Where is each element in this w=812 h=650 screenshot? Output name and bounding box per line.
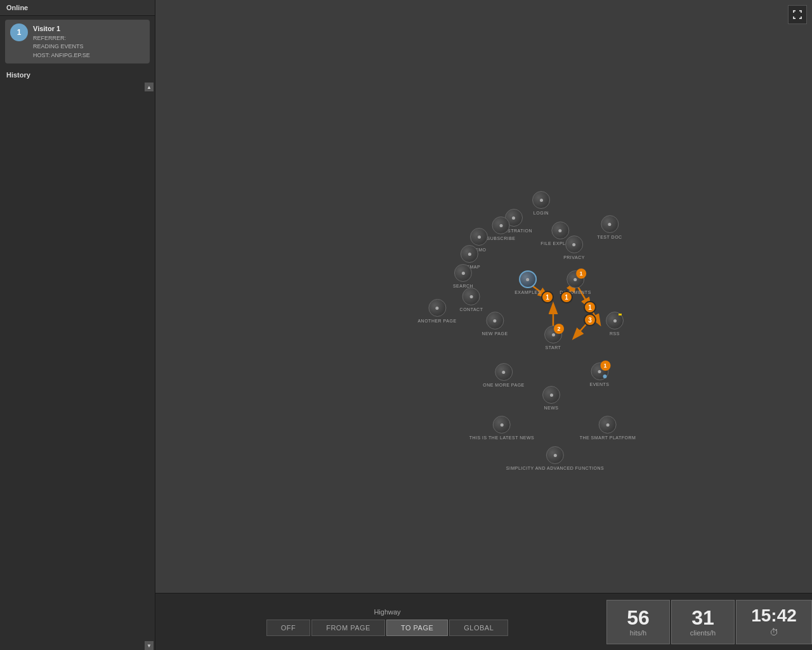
- highway-label: Highway: [374, 608, 400, 616]
- node-label-smart-platform: THE SMART PLATFORM: [580, 435, 636, 440]
- tab-global[interactable]: Global: [449, 620, 508, 636]
- node-circle-login: [532, 191, 550, 209]
- node-circle-privacy: [565, 235, 583, 253]
- flow-badge-1: 1: [560, 291, 573, 303]
- visitor-avatar: 1: [10, 23, 28, 41]
- node-label-this-is-latest: THIS IS THE LATEST NEWS: [469, 435, 535, 440]
- node-dot-events: [598, 370, 601, 373]
- flow-node-1: 1: [560, 291, 573, 303]
- node-circle-rss: [606, 312, 624, 329]
- hits-value: 56: [627, 607, 650, 628]
- node-circle-search: [454, 264, 472, 282]
- node-dot-one-more-page: [502, 371, 506, 374]
- graph-area: REGISTRATIONLOGINSUBSCRIBEFILE EXPLORERT…: [155, 0, 812, 571]
- tab-from-page[interactable]: From Page: [311, 620, 385, 636]
- node-dot-contact: [470, 295, 473, 298]
- node-another-page[interactable]: ANOTHER PAGE: [417, 299, 456, 323]
- node-circle-new-page: [486, 312, 504, 329]
- node-badge-documents: 1: [576, 269, 586, 279]
- visitor-host: HOST: ANFIPG.EP.SE: [33, 52, 90, 58]
- visitor-card[interactable]: 1 Visitor 1 REFERRER: READING EVENTS HOS…: [5, 20, 150, 63]
- hits-label: hits/h: [630, 629, 646, 637]
- bottom-bar: Highway Off From Page To Page Global 56 …: [155, 593, 812, 650]
- node-label-simplicity: SIMPLICITY AND ADVANCED FUNCTIONS: [506, 466, 604, 470]
- node-one-more-page[interactable]: ONE MORE PAGE: [483, 363, 525, 387]
- node-subscribe[interactable]: SUBSCRIBE: [487, 216, 516, 241]
- flow-badge-0: 1: [541, 291, 554, 303]
- node-dot-start: [552, 333, 555, 336]
- node-contact[interactable]: CONTACT: [460, 288, 483, 312]
- node-circle-subscribe: [492, 216, 510, 234]
- clients-label: clients/h: [690, 629, 716, 637]
- visitor-info: Visitor 1 REFERRER: READING EVENTS HOST:…: [33, 23, 90, 60]
- node-privacy[interactable]: PRIVACY: [563, 235, 585, 260]
- tab-off[interactable]: Off: [266, 620, 311, 636]
- node-events[interactable]: 1EVENTS: [589, 362, 609, 387]
- node-dot-login: [540, 199, 543, 202]
- node-label-contact: CONTACT: [460, 307, 483, 312]
- node-dot-news: [550, 394, 553, 397]
- node-start[interactable]: 2START: [544, 326, 562, 350]
- node-dot-test-doc: [608, 223, 611, 226]
- node-circle-examples: [519, 270, 537, 288]
- node-examples[interactable]: EXAMPLES: [514, 270, 541, 295]
- node-badge-events: 1: [600, 361, 610, 371]
- flow-node-0: 1: [541, 291, 554, 303]
- node-label-another-page: ANOTHER PAGE: [417, 319, 456, 323]
- node-dot-file-explorer: [558, 229, 561, 232]
- highway-section: Highway Off From Page To Page Global: [155, 608, 606, 636]
- flow-badge-3: 3: [584, 314, 596, 326]
- node-simplicity[interactable]: SIMPLICITY AND ADVANCED FUNCTIONS: [506, 446, 604, 470]
- visitor-referrer-label: REFERRER:: [33, 35, 66, 41]
- node-badge-start: 2: [554, 324, 564, 334]
- node-dot-privacy: [573, 243, 576, 246]
- node-label-new-page: NEW PAGE: [481, 331, 508, 336]
- node-label-one-more-page: ONE MORE PAGE: [483, 383, 525, 387]
- sidebar: Online 1 Visitor 1 REFERRER: READING EVE…: [0, 0, 155, 650]
- fullscreen-button[interactable]: [788, 5, 807, 24]
- node-dot-examples: [527, 278, 530, 281]
- node-circle-this-is-latest: [493, 416, 511, 434]
- flow-badge-2: 1: [584, 301, 596, 314]
- hits-stat: 56 hits/h: [606, 600, 670, 644]
- node-circle-another-page: [428, 299, 446, 317]
- node-new-page[interactable]: NEW PAGE: [481, 312, 508, 336]
- sidebar-scroll-up[interactable]: ▲: [145, 83, 154, 91]
- node-dot-documents: [574, 278, 577, 281]
- node-dot-simplicity: [553, 454, 556, 457]
- node-label-news: NEWS: [544, 406, 559, 410]
- node-dot-search: [462, 272, 465, 275]
- node-smart-platform[interactable]: THE SMART PLATFORM: [580, 416, 636, 440]
- node-label-rss: RSS: [610, 331, 620, 336]
- history-label: History: [0, 67, 155, 83]
- online-label: Online: [0, 0, 155, 16]
- node-dot-another-page: [435, 307, 438, 310]
- node-rss[interactable]: RSS: [606, 312, 624, 336]
- node-circle-start: 2: [544, 326, 562, 343]
- node-test-doc[interactable]: TEST DOC: [597, 215, 622, 239]
- node-circle-simplicity: [546, 446, 564, 464]
- node-login[interactable]: LOGIN: [532, 191, 550, 215]
- node-label-start: START: [546, 345, 561, 350]
- visitor-name: Visitor 1: [33, 23, 90, 34]
- node-label-examples: EXAMPLES: [514, 290, 541, 295]
- node-circle-demo: [470, 228, 488, 246]
- node-this-is-latest[interactable]: THIS IS THE LATEST NEWS: [469, 416, 535, 440]
- node-label-subscribe: SUBSCRIBE: [487, 236, 516, 241]
- node-search[interactable]: SEARCH: [453, 264, 473, 288]
- node-circle-events: 1: [591, 362, 608, 380]
- highway-tabs: Off From Page To Page Global: [266, 620, 509, 636]
- node-news[interactable]: NEWS: [542, 386, 560, 410]
- main-area: REGISTRATIONLOGINSUBSCRIBEFILE EXPLORERT…: [155, 0, 812, 650]
- node-circle-sitemap: [461, 245, 478, 263]
- node-dot-sitemap: [468, 253, 471, 256]
- sidebar-scroll-down[interactable]: ▼: [145, 641, 154, 650]
- clients-stat: 31 clients/h: [671, 600, 735, 644]
- node-circle-contact: [462, 288, 480, 305]
- node-label-privacy: PRIVACY: [563, 255, 585, 260]
- tab-to-page[interactable]: To Page: [386, 620, 448, 636]
- node-circle-test-doc: [601, 215, 619, 233]
- time-stat: 15:42 ⏱: [736, 600, 812, 644]
- node-dot-new-page: [494, 319, 497, 322]
- time-value: 15:42: [751, 607, 797, 625]
